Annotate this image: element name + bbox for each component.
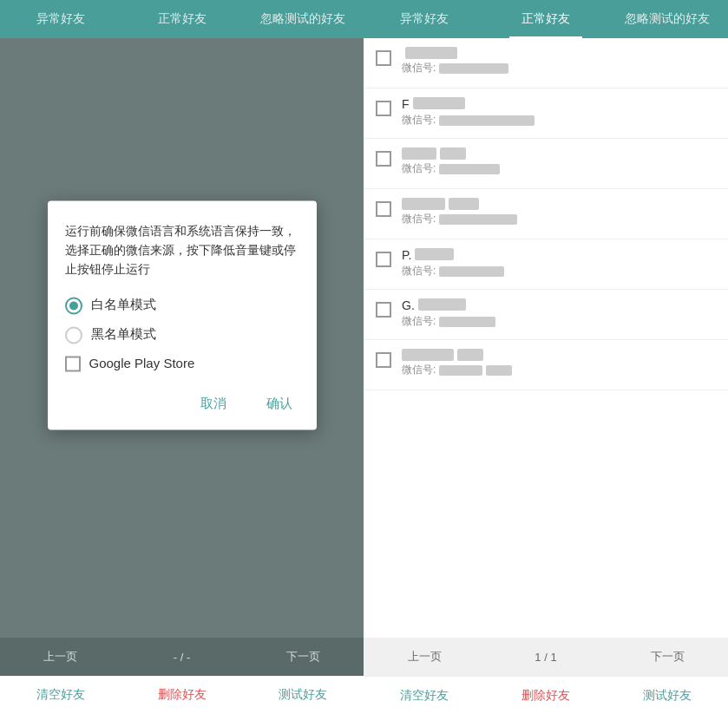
- friend-checkbox[interactable]: [376, 201, 391, 217]
- right-prev-button[interactable]: 上一页: [364, 649, 485, 665]
- right-delete-button[interactable]: 删除好友: [485, 688, 607, 704]
- dialog-buttons: 取消 确认: [65, 389, 299, 416]
- friend-item: 微信号:: [364, 139, 728, 189]
- confirm-button[interactable]: 确认: [259, 392, 299, 416]
- left-bottom-nav: 上一页 - / - 下一页: [0, 638, 364, 676]
- friend-checkbox[interactable]: [376, 101, 391, 116]
- friend-name: [402, 47, 716, 59]
- right-tab-normal[interactable]: 正常好友: [485, 0, 607, 38]
- right-bottom-nav: 上一页 1 / 1 下一页: [364, 638, 728, 676]
- friend-name: P.: [402, 248, 716, 262]
- right-header: 异常好友 正常好友 忽略测试的好友: [364, 0, 728, 38]
- left-clear-button[interactable]: 清空好友: [0, 687, 121, 703]
- friend-checkbox[interactable]: [376, 252, 391, 267]
- left-tab-normal[interactable]: 正常好友: [121, 0, 243, 38]
- left-header: 异常好友 正常好友 忽略测试的好友: [0, 0, 364, 38]
- friend-checkbox[interactable]: [376, 50, 391, 66]
- friend-info: F 微信号:: [402, 97, 716, 128]
- right-tab-abnormal[interactable]: 异常好友: [364, 0, 485, 38]
- left-page-info: - / -: [121, 651, 243, 664]
- right-footer: 清空好友 删除好友 测试好友: [364, 676, 728, 714]
- friend-checkbox[interactable]: [376, 302, 391, 318]
- friend-info: 微信号:: [402, 147, 716, 176]
- right-panel: 异常好友 正常好友 忽略测试的好友 微信号:: [364, 0, 728, 714]
- friend-item: F 微信号:: [364, 88, 728, 139]
- left-prev-button[interactable]: 上一页: [0, 649, 121, 665]
- left-panel: 异常好友 正常好友 忽略测试的好友 YM YMKUZHAN.COM 运行前确保微…: [0, 0, 364, 714]
- friend-info: P. 微信号:: [402, 248, 716, 278]
- friend-wechat: 微信号:: [402, 61, 716, 75]
- radio-blacklist-circle: [65, 326, 82, 344]
- friend-info: 微信号:: [402, 349, 716, 377]
- dialog: 运行前确保微信语言和系统语言保持一致，选择正确的微信来源，按下降低音量键或停止按…: [48, 200, 317, 429]
- left-footer: 清空好友 删除好友 测试好友: [0, 676, 364, 714]
- right-clear-button[interactable]: 清空好友: [364, 688, 485, 704]
- left-delete-button[interactable]: 删除好友: [121, 687, 243, 703]
- left-content: YM YMKUZHAN.COM 运行前确保微信语言和系统语言保持一致，选择正确的…: [0, 38, 364, 638]
- friend-wechat: 微信号:: [402, 264, 716, 278]
- friend-name: G.: [402, 298, 716, 312]
- friend-item: 微信号:: [364, 189, 728, 239]
- left-tab-abnormal[interactable]: 异常好友: [0, 0, 121, 38]
- friend-wechat: 微信号:: [402, 212, 716, 226]
- dialog-description: 运行前确保微信语言和系统语言保持一致，选择正确的微信来源，按下降低音量键或停止按…: [65, 221, 299, 279]
- radio-whitelist[interactable]: 白名单模式: [65, 297, 299, 314]
- right-page-info: 1 / 1: [485, 651, 607, 664]
- left-tab-ignored[interactable]: 忽略测试的好友: [242, 0, 364, 38]
- radio-blacklist[interactable]: 黑名单模式: [65, 326, 299, 344]
- friend-info: 微信号:: [402, 198, 716, 226]
- left-test-button[interactable]: 测试好友: [242, 687, 364, 703]
- friend-info: G. 微信号:: [402, 298, 716, 329]
- radio-whitelist-label: 白名单模式: [91, 298, 156, 314]
- friend-name: F: [402, 97, 716, 111]
- friend-item: 微信号:: [364, 38, 728, 88]
- friend-wechat: 微信号:: [402, 314, 716, 329]
- friend-wechat: 微信号:: [402, 113, 716, 128]
- right-tab-ignored[interactable]: 忽略测试的好友: [607, 0, 728, 38]
- checkbox-google-play[interactable]: Google Play Store: [65, 356, 299, 371]
- friend-info: 微信号:: [402, 47, 716, 75]
- friend-name: [402, 198, 716, 210]
- right-test-button[interactable]: 测试好友: [607, 688, 728, 704]
- checkbox-google-play-label: Google Play Store: [89, 357, 195, 371]
- friend-wechat: 微信号:: [402, 363, 716, 377]
- right-friend-list: 微信号: F 微信号:: [364, 38, 728, 638]
- friend-wechat: 微信号:: [402, 161, 716, 176]
- friend-name: [402, 349, 716, 361]
- cancel-button[interactable]: 取消: [193, 392, 233, 416]
- right-next-button[interactable]: 下一页: [607, 649, 728, 665]
- friend-item: P. 微信号:: [364, 239, 728, 290]
- checkbox-google-play-box: [65, 356, 81, 371]
- friend-checkbox[interactable]: [376, 151, 391, 167]
- radio-blacklist-label: 黑名单模式: [91, 327, 156, 344]
- friend-item: G. 微信号:: [364, 290, 728, 340]
- friend-checkbox[interactable]: [376, 352, 391, 368]
- friend-name: [402, 147, 716, 160]
- friend-item: 微信号:: [364, 340, 728, 390]
- radio-whitelist-circle: [65, 297, 82, 314]
- left-next-button[interactable]: 下一页: [242, 649, 364, 665]
- radio-group: 白名单模式 黑名单模式: [65, 297, 299, 344]
